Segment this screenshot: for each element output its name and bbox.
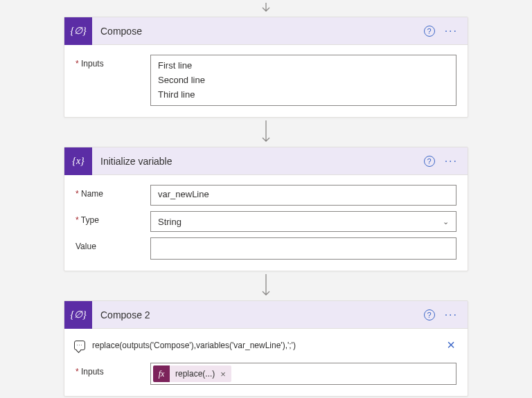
variable-icon: {x}	[64, 147, 92, 175]
step-header[interactable]: {x} Initialize variable ? ···	[64, 147, 468, 175]
comment-icon: ···	[74, 341, 85, 350]
expression-bar: ··· replace(outputs('Compose'),variables…	[64, 329, 468, 360]
input-line: Third line	[158, 88, 449, 102]
type-value: String	[158, 217, 181, 227]
step-header[interactable]: {∅} Compose ? ···	[64, 17, 468, 45]
expression-token[interactable]: fx replace(...) ×	[153, 365, 231, 382]
token-remove-icon[interactable]: ×	[219, 369, 231, 379]
name-label: Name	[76, 185, 150, 199]
step-compose-2: {∅} Compose 2 ? ··· ··· replace(outputs(…	[64, 300, 468, 397]
input-line: Second line	[158, 73, 449, 88]
inputs-label: Inputs	[76, 363, 150, 377]
compose-icon: {∅}	[64, 17, 92, 45]
menu-icon[interactable]: ···	[445, 156, 458, 167]
value-label: Value	[76, 237, 150, 251]
close-icon[interactable]: ×	[444, 337, 458, 353]
step-initialize-variable: {x} Initialize variable ? ··· Name var_n…	[64, 147, 468, 271]
input-line: First line	[158, 59, 449, 73]
compose-icon: {∅}	[64, 301, 92, 329]
name-field[interactable]: var_newLine	[150, 185, 456, 206]
connector-arrow	[64, 0, 468, 17]
step-compose: {∅} Compose ? ··· Inputs First line Seco…	[64, 17, 468, 118]
step-header[interactable]: {∅} Compose 2 ? ···	[64, 301, 468, 329]
inputs-field[interactable]: fx replace(...) ×	[150, 363, 456, 385]
connector-arrow	[64, 271, 468, 300]
help-icon[interactable]: ?	[424, 26, 435, 37]
type-label: Type	[76, 211, 150, 225]
value-field[interactable]	[150, 237, 456, 260]
menu-icon[interactable]: ···	[445, 309, 458, 320]
step-title: Initialize variable	[92, 156, 424, 167]
inputs-field[interactable]: First line Second line Third line	[150, 55, 456, 106]
fx-badge-icon: fx	[153, 365, 170, 382]
step-title: Compose 2	[92, 309, 424, 320]
step-title: Compose	[92, 26, 424, 37]
help-icon[interactable]: ?	[424, 309, 435, 320]
expression-text: replace(outputs('Compose'),variables('va…	[92, 341, 437, 350]
chevron-down-icon: ⌄	[443, 217, 449, 226]
type-field[interactable]: String ⌄	[150, 211, 456, 232]
inputs-label: Inputs	[76, 55, 150, 69]
menu-icon[interactable]: ···	[445, 26, 458, 37]
help-icon[interactable]: ?	[424, 156, 435, 167]
connector-arrow	[64, 118, 468, 147]
token-label: replace(...)	[170, 369, 219, 379]
